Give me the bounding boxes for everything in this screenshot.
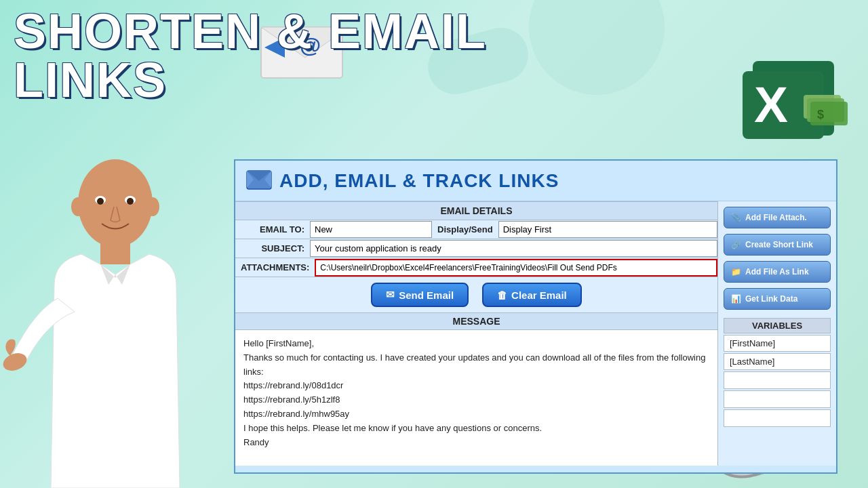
clear-email-button[interactable]: 🗑 Clear Email <box>482 283 582 307</box>
variable-empty-2 <box>724 390 831 408</box>
buttons-row: ✉ Send Email 🗑 Clear Email <box>235 277 717 312</box>
svg-point-18 <box>97 198 104 205</box>
right-sidebar: 📎 Add File Attach. 🔗 Create Short Link 📁… <box>717 201 836 466</box>
clear-email-label: Clear Email <box>511 289 567 301</box>
add-file-attach-icon: 📎 <box>731 213 741 222</box>
message-header: MESSAGE <box>235 313 717 330</box>
svg-text:X: X <box>754 76 788 133</box>
add-file-attach-label: Add File Attach. <box>745 213 807 222</box>
display-send-label: Display/Send <box>432 220 498 239</box>
attachments-row: ATTACHMENTS: <box>235 258 717 277</box>
email-to-input[interactable] <box>310 221 432 238</box>
message-line-7: Randy <box>243 436 709 450</box>
svg-point-12 <box>71 197 85 216</box>
content-area: EMAIL DETAILS EMAIL TO: Display/Send SUB… <box>235 201 717 466</box>
email-to-row: EMAIL TO: Display/Send <box>235 220 717 239</box>
svg-text:$: $ <box>817 108 824 121</box>
create-short-link-icon: 🔗 <box>731 240 741 249</box>
message-line-3: https://rebrand.ly/08d1dcr <box>243 379 709 393</box>
panel-header-icon <box>245 167 273 194</box>
email-details-header: EMAIL DETAILS <box>235 201 717 220</box>
svg-rect-9 <box>810 102 848 125</box>
variable-empty-3 <box>724 409 831 427</box>
message-line-2: Thanks so much for contacting us. I have… <box>243 351 709 380</box>
get-link-data-label: Get Link Data <box>745 294 797 304</box>
title-block: SHORTEN & EMAIL LINKS <box>14 7 487 104</box>
create-short-link-label: Create Short Link <box>745 240 813 249</box>
clear-email-icon: 🗑 <box>497 289 507 301</box>
email-to-label: EMAIL TO: <box>235 220 310 239</box>
add-file-as-link-icon: 📁 <box>731 267 741 277</box>
get-link-data-button[interactable]: 📊 Get Link Data <box>724 288 831 310</box>
add-file-as-link-button[interactable]: 📁 Add File As Link <box>724 261 831 283</box>
panel-body: EMAIL DETAILS EMAIL TO: Display/Send SUB… <box>235 201 836 466</box>
create-short-link-button[interactable]: 🔗 Create Short Link <box>724 234 831 256</box>
send-email-icon: ✉ <box>386 289 395 301</box>
message-line-5: https://rebrand.ly/mhw95ay <box>243 407 709 422</box>
panel-header: ADD, EMAIL & TRACK LINKS <box>235 161 836 201</box>
attachments-label: ATTACHMENTS: <box>235 258 315 277</box>
variable-lastname: [LastName] <box>724 353 831 370</box>
display-send-input[interactable] <box>498 221 717 238</box>
message-body: Hello [FirstName], Thanks so much for co… <box>235 330 717 466</box>
svg-rect-14 <box>100 241 130 264</box>
variables-section: VARIABLES [FirstName] [LastName] <box>724 318 831 428</box>
attachments-input[interactable] <box>315 259 717 277</box>
add-file-attach-button[interactable]: 📎 Add File Attach. <box>724 207 831 228</box>
variable-firstname: [FirstName] <box>724 335 831 352</box>
title-line1: SHORTEN & EMAIL <box>14 7 487 56</box>
variables-header: VARIABLES <box>724 318 831 333</box>
svg-point-19 <box>127 198 134 205</box>
message-line-1: Hello [FirstName], <box>243 337 709 351</box>
excel-logo: X $ <box>739 54 848 142</box>
main-panel: ADD, EMAIL & TRACK LINKS EMAIL DETAILS E… <box>234 159 837 474</box>
message-line-6: I hope this helps. Please let me know if… <box>243 422 709 436</box>
svg-point-11 <box>78 159 153 247</box>
subject-input[interactable] <box>310 240 717 257</box>
message-section: MESSAGE Hello [FirstName], Thanks so muc… <box>235 312 717 466</box>
subject-row: SUBJECT: <box>235 239 717 258</box>
variable-empty-1 <box>724 371 831 389</box>
get-link-data-icon: 📊 <box>731 294 741 304</box>
message-line-4: https://rebrand.ly/5h1zlf8 <box>243 393 709 407</box>
send-email-label: Send Email <box>399 289 454 301</box>
person-image <box>0 149 231 488</box>
subject-label: SUBJECT: <box>235 239 310 258</box>
title-line2: LINKS <box>14 56 487 104</box>
add-file-as-link-label: Add File As Link <box>745 267 809 277</box>
panel-title: ADD, EMAIL & TRACK LINKS <box>279 170 559 192</box>
send-email-button[interactable]: ✉ Send Email <box>371 283 469 307</box>
svg-point-13 <box>146 197 159 216</box>
email-details-section: EMAIL DETAILS EMAIL TO: Display/Send SUB… <box>235 201 717 277</box>
